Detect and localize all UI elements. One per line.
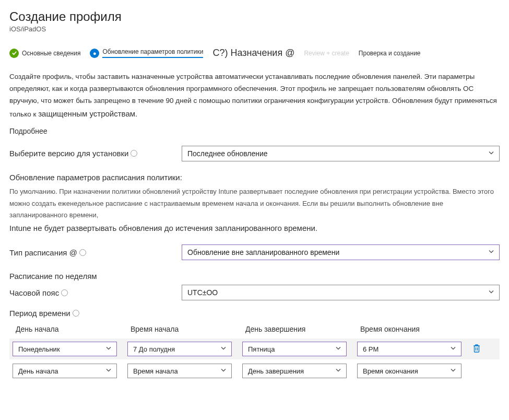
timezone-select[interactable]: UTC±OO (182, 285, 500, 300)
chevron-down-icon (449, 345, 457, 354)
start-time-select[interactable]: Время начала (127, 364, 232, 378)
weekly-schedule-label: Расписание по неделям (9, 272, 500, 281)
check-icon (9, 49, 19, 58)
version-select[interactable]: Последнее обновление (182, 146, 500, 161)
th-start-day: День начала (13, 325, 117, 333)
info-icon[interactable] (73, 310, 79, 317)
th-start-time: Время начала (127, 325, 232, 333)
info-icon[interactable] (131, 150, 137, 157)
start-day-placeholder: День начала (18, 367, 58, 375)
step-review[interactable]: Проверка и создание (359, 50, 421, 57)
chevron-down-icon (335, 367, 342, 376)
timezone-label: Часовой пояс (9, 288, 182, 297)
table-row: Понедельник 7 До полудня Пятница 6 PM (9, 339, 500, 359)
start-time-select[interactable]: 7 До полудня (127, 342, 232, 356)
timezone-row: Часовой пояс UTC±OO (9, 285, 500, 300)
schedule-type-value: Обновление вне запланированного времени (187, 248, 339, 256)
schedule-type-select[interactable]: Обновление вне запланированного времени (182, 244, 500, 260)
version-select-value: Последнее обновление (187, 149, 268, 158)
end-day-value: Пятница (248, 345, 275, 353)
table-row: День начала Время начала День завершения… (9, 361, 500, 380)
chevron-down-icon (449, 367, 457, 376)
step-2-label: Обновление параметров политики (102, 48, 203, 58)
end-time-placeholder: Время окончания (363, 367, 418, 375)
svg-rect-0 (475, 346, 479, 352)
info-icon[interactable] (61, 289, 68, 296)
end-day-placeholder: День завершения (248, 367, 304, 375)
step-4-dim-label: Review + create (304, 50, 349, 57)
chevron-down-icon (220, 345, 227, 354)
step-3-label: С?) Назначения @ (212, 48, 294, 59)
chevron-down-icon (488, 288, 495, 297)
table-header-row: День начала Время начала День завершения… (9, 323, 500, 335)
step-1-label: Основные сведения (22, 50, 80, 57)
step-active-icon: ● (90, 49, 99, 58)
start-time-value: 7 До полудня (133, 345, 175, 353)
schedule-description: По умолчанию. При назначении политики об… (9, 186, 500, 236)
end-day-select[interactable]: День завершения (242, 364, 347, 378)
step-update-policy[interactable]: ● Обновление параметров политики (90, 48, 203, 58)
stepper: Основные сведения ● Обновление параметро… (9, 48, 500, 59)
schedule-type-label: Тип расписания @ (9, 248, 182, 257)
step-4-label: Проверка и создание (359, 50, 421, 57)
chevron-down-icon (105, 367, 112, 376)
timezone-value: UTC±OO (187, 288, 218, 297)
end-time-value: 6 PM (363, 345, 378, 353)
schedule-type-row: Тип расписания @ Обновление вне запланир… (9, 244, 500, 260)
chevron-down-icon (335, 345, 342, 354)
chevron-down-icon (105, 345, 112, 354)
start-day-value: Понедельник (18, 345, 60, 353)
step-assignments[interactable]: С?) Назначения @ (212, 48, 294, 59)
start-time-placeholder: Время начала (133, 367, 178, 375)
end-time-select[interactable]: 6 PM (357, 342, 461, 356)
th-end-day: День завершения (242, 325, 347, 333)
version-label: Выберите версию для установки (9, 149, 182, 158)
delete-row-button[interactable] (472, 344, 488, 355)
period-label-text: Период времени (9, 309, 70, 318)
version-row: Выберите версию для установки Последнее … (9, 146, 500, 161)
chevron-down-icon (220, 367, 227, 376)
end-time-select[interactable]: Время окончания (357, 364, 461, 378)
schedule-type-label-text: Тип расписания @ (9, 248, 77, 257)
description-text: Создайте профиль, чтобы заставить назнач… (9, 71, 500, 121)
page-title: Создание профиля (9, 9, 500, 24)
th-end-time: Время окончания (357, 325, 461, 333)
page-subtitle: iOS/iPadOS (9, 25, 500, 33)
time-window-table: День начала Время начала День завершения… (9, 323, 500, 380)
learn-more-link[interactable]: Подробнее (9, 127, 500, 135)
step-basics[interactable]: Основные сведения (9, 49, 80, 58)
chevron-down-icon (488, 248, 495, 257)
schedule-desc-body: По умолчанию. При назначении политики об… (9, 188, 494, 219)
step-review-dim: Review + create (304, 50, 349, 57)
info-icon[interactable] (79, 249, 86, 256)
period-label: Период времени (9, 309, 500, 318)
schedule-heading: Обновление параметров расписания политик… (9, 173, 500, 182)
trash-icon (472, 344, 481, 353)
schedule-desc-strong: Intune не будет развертывать обновления … (9, 224, 317, 232)
start-day-select[interactable]: Понедельник (13, 342, 117, 356)
start-day-select[interactable]: День начала (13, 364, 117, 378)
end-day-select[interactable]: Пятница (242, 342, 347, 356)
timezone-label-text: Часовой пояс (9, 288, 59, 297)
version-label-text: Выберите версию для установки (9, 149, 128, 158)
description-strong: защищенным устройствам. (38, 109, 137, 118)
chevron-down-icon (488, 149, 495, 158)
